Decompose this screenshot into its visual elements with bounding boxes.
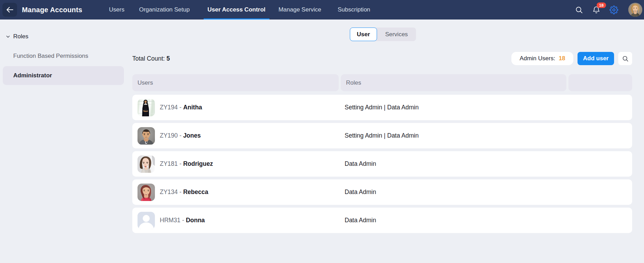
table-row[interactable]: ZY134 - RebeccaData Admin [132,179,632,205]
column-header-users: Users [132,74,339,91]
search-button[interactable] [571,2,587,17]
user-cell: ZY181 - Rodriguez [132,155,339,173]
id-name-separator: - [180,217,186,224]
user-name: Donna [186,217,205,224]
roles-cell: Setting Admin | Data Admin [341,104,566,111]
id-name-separator: - [178,188,183,195]
sidebar-group-roles[interactable]: Roles [0,32,127,41]
total-count-value: 5 [166,55,170,62]
nav-item-user-access-control[interactable]: User Access Control [204,0,269,20]
id-name-separator: - [178,104,183,111]
main-content: UserServices Total Count: 5 Admin Users:… [127,20,644,263]
roles-cell: Setting Admin | Data Admin [341,132,566,139]
user-avatar-jones [138,127,155,145]
user-avatar-placeholder [138,212,155,229]
user-name: Rebecca [183,188,208,195]
sidebar-item-function-based-permissions[interactable]: Function Based Permissions [3,47,124,65]
user-id: ZY181 [160,160,178,167]
user-id-name: ZY181 - Rodriguez [160,160,213,168]
user-avatar-rodriguez [138,155,155,173]
add-user-button[interactable]: Add user [578,52,614,65]
nav-item-users[interactable]: Users [105,0,128,20]
table-search-button[interactable] [618,52,632,65]
table-row[interactable]: ZY181 - RodriguezData Admin [132,151,632,177]
table-row[interactable]: ZY194 - AnithaSetting Admin | Data Admin [132,95,632,120]
users-table: Users Roles ZY19 [132,74,632,233]
user-cell: ZY194 - Anitha [132,99,339,116]
user-id-name: HRM31 - Donna [160,217,205,224]
user-avatar-anitha [138,99,155,116]
user-id-name: ZY190 - Jones [160,132,201,139]
toolbar: Total Count: 5 Admin Users:18 Add user [132,52,632,65]
back-button[interactable] [2,3,17,17]
user-id: ZY194 [160,104,178,111]
settings-button[interactable] [606,2,621,17]
column-header-roles: Roles [341,74,566,91]
user-id: ZY134 [160,188,178,195]
page-title: Manage Accounts [22,6,82,14]
user-avatar-rebecca [138,184,155,201]
user-id: ZY190 [160,132,178,139]
nav-item-subscription[interactable]: Subscription [334,0,374,20]
user-cell: HRM31 - Donna [132,212,339,229]
user-name: Rodriguez [183,160,213,167]
roles-cell: Data Admin [341,188,566,196]
top-bar: Manage Accounts UsersOrganization SetupU… [0,0,644,20]
sidebar: Roles Function Based PermissionsAdminist… [0,20,127,263]
chevron-down-icon [6,34,13,39]
user-id-name: ZY194 - Anitha [160,104,202,111]
id-name-separator: - [178,132,183,139]
sidebar-group-label: Roles [13,33,28,40]
back-arrow-icon [6,6,14,14]
admin-users-label: Admin Users: [520,55,555,62]
user-id: HRM31 [160,217,180,224]
toggle-option-user[interactable]: User [350,28,377,41]
table-row[interactable]: ZY190 - JonesSetting Admin | Data Admin [132,123,632,148]
top-nav: UsersOrganization SetupUser Access Contr… [102,0,378,20]
sidebar-item-administrator[interactable]: Administrator [3,66,124,85]
table-search-icon [622,55,629,62]
user-name: Jones [183,132,201,139]
nav-item-organization-setup[interactable]: Organization Setup [135,0,194,20]
profile-avatar[interactable] [628,3,642,17]
total-count-label: Total Count: [132,55,165,62]
roles-cell: Data Admin [341,217,566,224]
nav-item-manage-service[interactable]: Manage Service [275,0,325,20]
user-cell: ZY190 - Jones [132,127,339,145]
roles-cell: Data Admin [341,160,566,168]
notifications-button[interactable]: 18 [589,2,604,17]
toggle-option-services[interactable]: Services [377,28,416,41]
profile-photo [628,3,642,17]
user-id-name: ZY134 - Rebecca [160,188,208,196]
notification-badge: 18 [597,2,606,8]
user-cell: ZY134 - Rebecca [132,184,339,201]
total-count: Total Count: 5 [132,55,170,62]
id-name-separator: - [178,160,183,167]
admin-users-pill[interactable]: Admin Users:18 [511,52,573,65]
user-services-toggle: UserServices [350,28,416,41]
gear-icon [610,6,618,14]
user-name: Anitha [183,104,202,111]
column-header-actions [568,74,632,91]
table-header: Users Roles [132,74,632,91]
table-row[interactable]: HRM31 - DonnaData Admin [132,208,632,233]
top-actions: 18 [570,2,642,17]
admin-users-count: 18 [559,55,565,62]
search-icon [575,6,583,14]
